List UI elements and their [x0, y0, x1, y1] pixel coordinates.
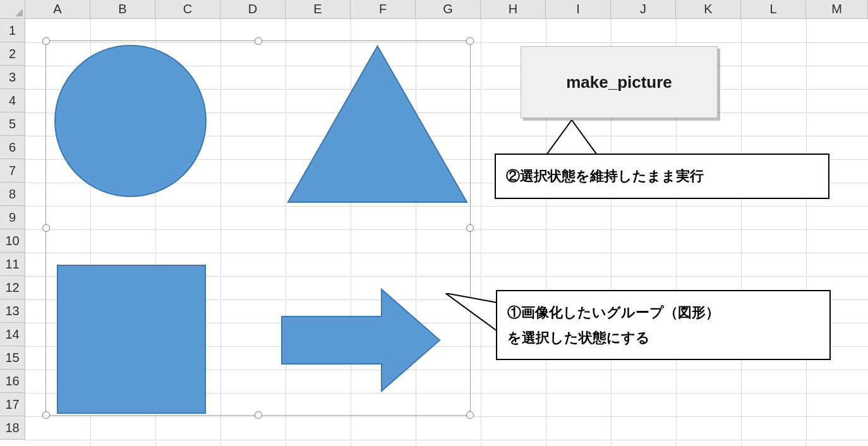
col-header-I[interactable]: I: [546, 0, 611, 19]
col-header-C[interactable]: C: [155, 0, 220, 19]
svg-marker-5: [445, 293, 497, 331]
row-header-2[interactable]: 2: [0, 42, 25, 66]
col-header-H[interactable]: H: [481, 0, 546, 19]
callout-step1-line2: を選択した状態にする: [507, 325, 819, 351]
callout-step1-line1: ①画像化したいグループ（図形）: [507, 300, 819, 325]
callout2-tail: [546, 120, 597, 155]
make-picture-button[interactable]: make_picture: [521, 46, 718, 118]
row-header-1[interactable]: 1: [0, 19, 25, 42]
circle-shape[interactable]: [54, 45, 207, 197]
col-header-B[interactable]: B: [90, 0, 155, 19]
col-header-K[interactable]: K: [676, 0, 741, 19]
make-picture-button-label: make_picture: [566, 73, 672, 92]
spreadsheet-view: A B C D E F G H I J K L M 1 2 3 4 5 6 7 …: [0, 0, 868, 446]
triangle-shape[interactable]: [287, 45, 468, 203]
row-header-4[interactable]: 4: [0, 89, 25, 112]
col-header-D[interactable]: D: [220, 0, 286, 19]
row-header-18[interactable]: 18: [0, 416, 25, 440]
row-header-13[interactable]: 13: [0, 299, 25, 323]
col-header-J[interactable]: J: [611, 0, 676, 19]
row-header-8[interactable]: 8: [0, 183, 25, 206]
callout-step2-text: ②選択状態を維持したまま実行: [506, 168, 704, 184]
row-header-11[interactable]: 11: [0, 253, 25, 276]
square-shape[interactable]: [57, 265, 206, 414]
svg-marker-1: [282, 289, 440, 391]
row-header-15[interactable]: 15: [0, 346, 25, 370]
row-header-16[interactable]: 16: [0, 370, 25, 393]
row-header-10[interactable]: 10: [0, 229, 25, 253]
right-arrow-shape[interactable]: [280, 288, 441, 392]
row-header-9[interactable]: 9: [0, 206, 25, 229]
svg-marker-0: [288, 46, 467, 202]
row-header-3[interactable]: 3: [0, 66, 25, 89]
row-header-5[interactable]: 5: [0, 112, 25, 136]
callout1-tail: [445, 293, 497, 337]
row-header-6[interactable]: 6: [0, 136, 25, 159]
select-all-corner[interactable]: [0, 0, 25, 19]
row-header-14[interactable]: 14: [0, 323, 25, 346]
row-header-17[interactable]: 17: [0, 393, 25, 416]
col-header-L[interactable]: L: [741, 0, 806, 19]
row-header-12[interactable]: 12: [0, 276, 25, 299]
row-header-7[interactable]: 7: [0, 159, 25, 183]
callout-step1: ①画像化したいグループ（図形） を選択した状態にする: [496, 290, 831, 360]
col-header-A[interactable]: A: [25, 0, 90, 19]
svg-marker-2: [546, 120, 597, 155]
col-header-G[interactable]: G: [416, 0, 481, 19]
col-header-E[interactable]: E: [286, 0, 351, 19]
col-header-F[interactable]: F: [351, 0, 416, 19]
col-header-M[interactable]: M: [806, 0, 868, 19]
callout-step2: ②選択状態を維持したまま実行: [495, 154, 829, 199]
